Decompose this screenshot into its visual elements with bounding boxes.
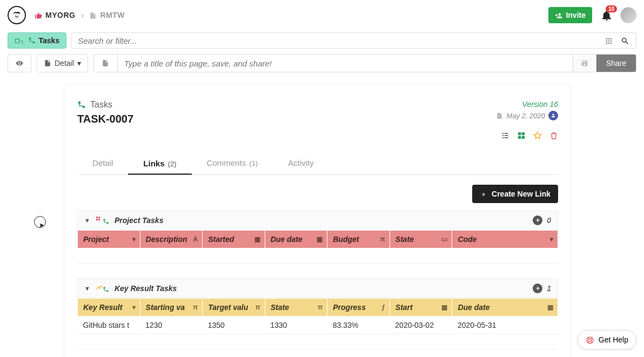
date-text: May 2, 2020 xyxy=(506,112,545,120)
task-card: Tasks TASK-0007 Version 16 May 2, 2020 D… xyxy=(64,84,572,357)
save-page-button[interactable] xyxy=(573,55,596,72)
calendar-icon[interactable]: ▦ xyxy=(547,304,553,311)
create-link-label: Create New Link xyxy=(492,190,551,198)
page-title-icon-button[interactable] xyxy=(94,55,118,72)
svg-rect-12 xyxy=(103,219,105,221)
svg-point-1 xyxy=(15,15,16,16)
section-key-result-tasks: ▼ Key Result Tasks + 1 Key Result▾ Start… xyxy=(77,279,558,349)
visibility-toggle-button[interactable] xyxy=(8,54,31,72)
sort-icon[interactable]: ▾ xyxy=(132,235,136,243)
project-tasks-icon xyxy=(96,216,109,225)
text-type-icon[interactable]: A xyxy=(193,235,198,243)
add-row-icon[interactable]: + xyxy=(533,215,542,225)
trash-icon[interactable] xyxy=(549,130,558,140)
pi-icon[interactable]: π xyxy=(256,304,260,311)
list-view-icon[interactable] xyxy=(501,130,509,140)
table-empty-row[interactable] xyxy=(78,334,558,349)
svg-rect-3 xyxy=(29,38,31,40)
svg-point-17 xyxy=(588,339,591,341)
dropdown-icon[interactable]: ▭ xyxy=(441,235,447,243)
section-header-keyresult[interactable]: ▼ Key Result Tasks + 1 xyxy=(77,279,558,298)
tabs: Detail Links (2) Comments (1) Activity xyxy=(77,153,558,175)
project-tasks-table: Project▾ DescriptionA Started▦ Due date▦… xyxy=(77,230,558,264)
cell-target-value[interactable]: 1350 xyxy=(203,316,265,334)
mustache-face-icon xyxy=(12,10,22,20)
toolbar-row: Detail ▾ Share xyxy=(0,54,644,80)
tab-detail[interactable]: Detail xyxy=(77,153,128,174)
share-label: Share xyxy=(606,59,626,68)
svg-rect-10 xyxy=(96,219,98,221)
cell-state[interactable]: 1330 xyxy=(265,316,327,334)
user-avatar[interactable] xyxy=(620,7,636,23)
invite-button[interactable]: Invite xyxy=(548,7,592,23)
breadcrumb: MYORG › RMTW xyxy=(35,10,125,21)
get-help-button[interactable]: Get Help xyxy=(578,330,636,349)
version-label[interactable]: Version 16 xyxy=(496,100,558,109)
user-avatar-small[interactable] xyxy=(548,111,558,120)
table-header-row: Project▾ DescriptionA Started▦ Due date▦… xyxy=(78,231,558,248)
svg-rect-9 xyxy=(98,217,100,218)
list-columns-icon[interactable] xyxy=(605,36,613,45)
tasks-pill-label: Tasks xyxy=(39,36,60,45)
search-row: ◻┐ Tasks xyxy=(0,30,644,54)
cell-key-result[interactable]: GitHub stars t xyxy=(78,316,140,334)
tab-comments[interactable]: Comments (1) xyxy=(192,153,273,174)
file-icon xyxy=(44,59,51,67)
notification-count-badge: 10 xyxy=(606,5,617,12)
page-title-input[interactable] xyxy=(118,55,573,72)
calendar-icon[interactable]: ▦ xyxy=(254,235,260,243)
share-button[interactable]: Share xyxy=(596,55,636,72)
svg-point-0 xyxy=(12,11,22,20)
grid-view-icon[interactable] xyxy=(517,130,526,140)
pi-icon[interactable]: π xyxy=(380,235,385,243)
formula-icon[interactable]: ƒ xyxy=(381,304,385,311)
chevron-right-icon: › xyxy=(81,10,84,21)
pi-icon[interactable]: π xyxy=(193,304,198,311)
hierarchy-icon xyxy=(28,37,36,44)
section-header-project[interactable]: ▼ Project Tasks + 0 xyxy=(77,211,558,230)
calendar-icon[interactable]: ▦ xyxy=(441,304,447,311)
star-icon[interactable] xyxy=(533,130,542,140)
caret-down-icon: ▼ xyxy=(84,285,90,292)
breadcrumb-org-label: MYORG xyxy=(45,11,75,19)
plus-circle-icon xyxy=(480,190,487,198)
keyresult-tasks-icon xyxy=(96,284,109,293)
section-project-tasks: ▼ Project Tasks + 0 Project▾ Description… xyxy=(77,211,558,264)
breadcrumb-page[interactable]: RMTW xyxy=(89,11,125,19)
invite-label: Invite xyxy=(566,11,586,19)
pi-icon[interactable]: π xyxy=(318,304,323,311)
search-box xyxy=(71,32,636,49)
cell-due[interactable]: 2020-05-31 xyxy=(452,316,558,334)
tasks-filter-pill[interactable]: ◻┐ Tasks xyxy=(8,32,66,49)
caret-down-icon: ▾ xyxy=(77,59,81,68)
cell-progress[interactable]: 83.33% xyxy=(327,316,390,334)
create-new-link-button[interactable]: Create New Link xyxy=(472,185,558,203)
search-input[interactable] xyxy=(78,36,605,45)
svg-rect-8 xyxy=(96,217,98,218)
tab-links[interactable]: Links (2) xyxy=(128,153,191,175)
svg-rect-11 xyxy=(98,219,100,221)
section-title: Key Result Tasks xyxy=(115,284,177,293)
cell-starting-value[interactable]: 1230 xyxy=(140,316,203,334)
app-logo[interactable] xyxy=(8,6,26,24)
user-plus-icon xyxy=(555,11,562,19)
card-kind: Tasks xyxy=(77,100,496,110)
help-label: Get Help xyxy=(599,335,628,344)
cursor-arrow-icon: ➤ xyxy=(39,221,44,229)
search-icon[interactable] xyxy=(621,36,629,45)
add-row-icon[interactable]: + xyxy=(533,284,542,293)
tab-activity[interactable]: Activity xyxy=(273,153,329,174)
sort-icon[interactable]: ▾ xyxy=(132,304,136,311)
card-header: Tasks TASK-0007 Version 16 May 2, 2020 xyxy=(77,100,558,140)
thumbs-up-icon xyxy=(35,11,42,19)
table-row[interactable]: GitHub stars t 1230 1350 1330 83.33% 202… xyxy=(78,316,558,334)
notifications-button[interactable]: 10 xyxy=(601,9,613,22)
calendar-icon[interactable]: ▦ xyxy=(317,235,323,243)
page-title-group: Share xyxy=(93,54,636,72)
table-empty-row[interactable] xyxy=(78,248,558,264)
cell-start[interactable]: 2020-03-02 xyxy=(390,316,452,334)
sort-icon[interactable]: ▾ xyxy=(550,235,553,243)
detail-dropdown-button[interactable]: Detail ▾ xyxy=(37,54,88,72)
svg-rect-5 xyxy=(78,102,81,104)
breadcrumb-org[interactable]: MYORG xyxy=(35,11,75,19)
